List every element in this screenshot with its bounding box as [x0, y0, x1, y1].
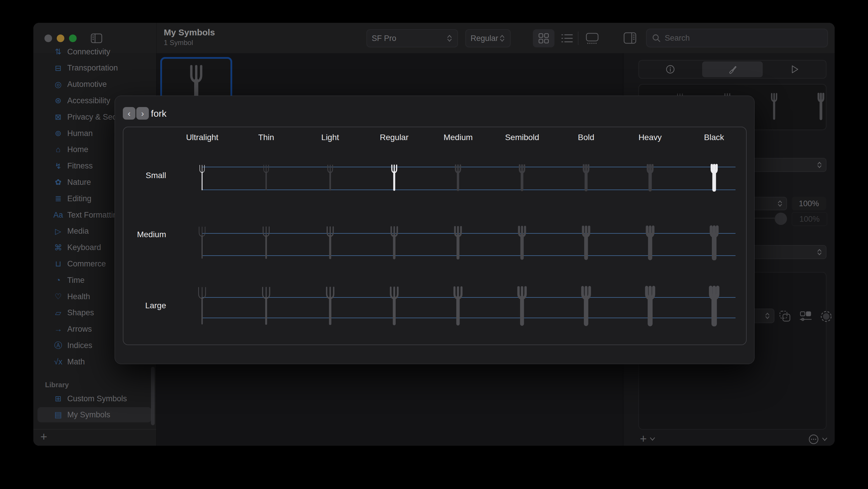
fork-glyph: [261, 164, 271, 191]
size-label-medium: Medium: [123, 203, 170, 266]
cell-large-bold: [554, 266, 618, 346]
cell-large-thin: [234, 266, 298, 346]
cell-medium-medium: [426, 203, 490, 266]
fork-glyph: [258, 285, 274, 326]
fork-glyph: [322, 285, 338, 326]
cell-large-regular: [362, 266, 426, 346]
fork-glyph: [709, 164, 719, 191]
chevron-left-icon: ‹: [128, 109, 131, 118]
weight-label-black: Black: [682, 127, 746, 148]
fork-glyph: [325, 164, 336, 191]
export-bar: Export for: Xcode 15 ✓ This symbol is co…: [115, 345, 755, 364]
size-row-small: Small: [123, 148, 746, 203]
size-label-large: Large: [123, 266, 170, 346]
fork-glyph: [645, 164, 655, 191]
weight-label-heavy: Heavy: [618, 127, 682, 148]
cell-small-bold: [554, 148, 618, 203]
fork-glyph: [388, 225, 401, 260]
back-button[interactable]: ‹: [123, 107, 135, 120]
cell-large-light: [298, 266, 362, 346]
fork-glyph: [195, 225, 209, 260]
cell-medium-thin: [234, 203, 298, 266]
fork-glyph: [643, 225, 657, 260]
cell-medium-black: [682, 203, 746, 266]
cell-small-ultralight: [170, 148, 234, 203]
cell-medium-regular: [362, 203, 426, 266]
cell-medium-light: [298, 203, 362, 266]
fork-glyph: [259, 225, 273, 260]
size-row-large: Large: [123, 266, 746, 346]
fork-glyph: [581, 164, 591, 191]
fork-glyph: [453, 164, 463, 191]
fork-glyph: [708, 225, 721, 260]
export-dialog: ‹ › fork UltralightThinLightRegularMediu…: [115, 96, 754, 364]
cell-small-regular: [362, 148, 426, 203]
cell-large-ultralight: [170, 266, 234, 346]
fork-glyph: [642, 285, 658, 326]
weight-label-semibold: Semibold: [490, 127, 554, 148]
fork-glyph: [517, 164, 527, 191]
weight-label-thin: Thin: [234, 127, 298, 148]
size-rows: SmallMediumLarge: [123, 148, 746, 346]
cell-small-thin: [234, 148, 298, 203]
cell-small-light: [298, 148, 362, 203]
weight-label-light: Light: [298, 127, 362, 148]
fork-glyph: [578, 285, 594, 326]
cell-large-heavy: [618, 266, 682, 346]
fork-glyph: [323, 225, 337, 260]
fork-glyph: [194, 285, 210, 326]
fork-glyph: [706, 285, 722, 326]
size-row-medium: Medium: [123, 203, 746, 266]
fork-glyph: [389, 164, 400, 191]
cell-medium-heavy: [618, 203, 682, 266]
cell-medium-ultralight: [170, 203, 234, 266]
weight-label-medium: Medium: [426, 127, 490, 148]
fork-glyph: [579, 225, 593, 260]
cell-large-medium: [426, 266, 490, 346]
fork-glyph: [386, 285, 402, 326]
fork-glyph: [197, 164, 207, 191]
chevron-right-icon: ›: [141, 109, 144, 118]
fork-glyph: [515, 225, 529, 260]
weights-header-row: UltralightThinLightRegularMediumSemibold…: [123, 127, 746, 148]
cell-small-medium: [426, 148, 490, 203]
weight-label-regular: Regular: [362, 127, 426, 148]
cell-medium-semibold: [490, 203, 554, 266]
weight-label-bold: Bold: [554, 127, 618, 148]
symbol-name-title: fork: [151, 108, 166, 119]
size-label-small: Small: [123, 148, 170, 203]
cell-small-semibold: [490, 148, 554, 203]
fork-glyph: [451, 225, 465, 260]
fork-glyph: [450, 285, 466, 326]
cell-small-black: [682, 148, 746, 203]
cell-large-black: [682, 266, 746, 346]
weight-size-grid: UltralightThinLightRegularMediumSemibold…: [123, 127, 747, 345]
weight-label-ultralight: Ultralight: [170, 127, 234, 148]
fork-glyph: [514, 285, 530, 326]
cell-large-semibold: [490, 266, 554, 346]
forward-button[interactable]: ›: [136, 107, 149, 120]
cell-small-heavy: [618, 148, 682, 203]
cell-medium-bold: [554, 203, 618, 266]
sf-symbols-window: My Symbols 1 Symbol SF Pro Regular: [33, 23, 835, 446]
